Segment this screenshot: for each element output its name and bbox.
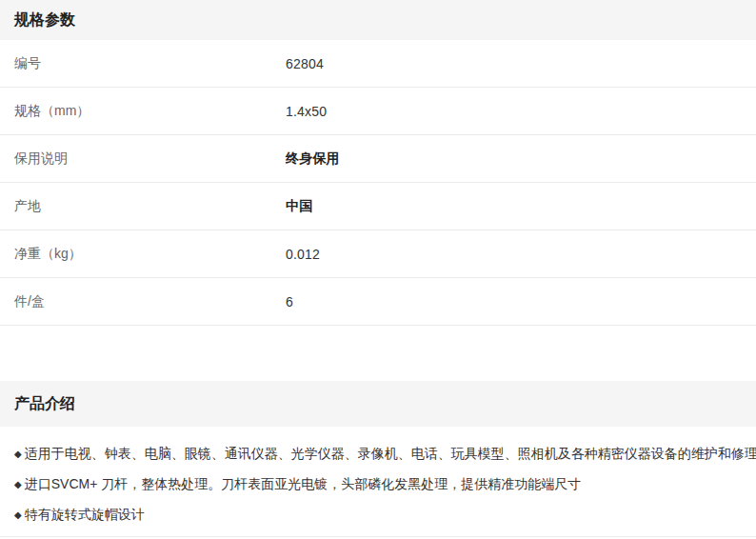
spec-value: 0.012	[286, 247, 320, 262]
spec-label: 件/盒	[0, 293, 286, 310]
spec-label: 产地	[0, 198, 286, 215]
table-row: 产地 中国	[0, 183, 756, 230]
spec-value: 62804	[286, 56, 324, 71]
list-item: ◆特有旋转式旋帽设计	[14, 500, 742, 530]
spec-label: 保用说明	[0, 150, 286, 168]
diamond-bullet-icon: ◆	[14, 470, 22, 499]
intro-section-header: 产品介绍	[0, 381, 756, 427]
table-row: 件/盒 6	[0, 278, 756, 326]
spec-table: 编号 62804 规格（mm） 1.4x50 保用说明 终身保用 产地 中国 净…	[0, 40, 756, 326]
list-item: ◆适用于电视、钟表、电脑、眼镜、通讯仪器、光学仪器、录像机、电话、玩具模型、照相…	[14, 439, 742, 469]
table-row: 规格（mm） 1.4x50	[0, 88, 756, 135]
spec-value: 终身保用	[286, 150, 340, 168]
section-gap	[0, 326, 756, 381]
table-row: 净重（kg） 0.012	[0, 230, 756, 278]
spec-section-header: 规格参数	[0, 0, 756, 40]
intro-item-text: 特有旋转式旋帽设计	[25, 507, 145, 522]
table-row: 编号 62804	[0, 40, 756, 88]
spec-section-title: 规格参数	[14, 10, 75, 30]
diamond-bullet-icon: ◆	[14, 501, 22, 529]
table-row: 保用说明 终身保用	[0, 135, 756, 183]
spec-value: 1.4x50	[286, 104, 327, 119]
intro-item-text: 进口SVCM+ 刀杆，整体热处理。刀杆表面亚光电镀，头部磷化发黑处理，提供精准功…	[25, 476, 582, 491]
intro-content: ◆适用于电视、钟表、电脑、眼镜、通讯仪器、光学仪器、录像机、电话、玩具模型、照相…	[0, 427, 756, 537]
intro-item-text: 适用于电视、钟表、电脑、眼镜、通讯仪器、光学仪器、录像机、电话、玩具模型、照相机…	[25, 446, 756, 461]
spec-label: 规格（mm）	[0, 103, 286, 120]
diamond-bullet-icon: ◆	[14, 440, 22, 469]
intro-section-title: 产品介绍	[14, 394, 75, 414]
spec-label: 净重（kg）	[0, 246, 286, 263]
spec-value: 中国	[286, 198, 312, 215]
list-item: ◆进口SVCM+ 刀杆，整体热处理。刀杆表面亚光电镀，头部磷化发黑处理，提供精准…	[14, 469, 742, 500]
spec-value: 6	[286, 294, 293, 309]
spec-label: 编号	[0, 55, 286, 72]
